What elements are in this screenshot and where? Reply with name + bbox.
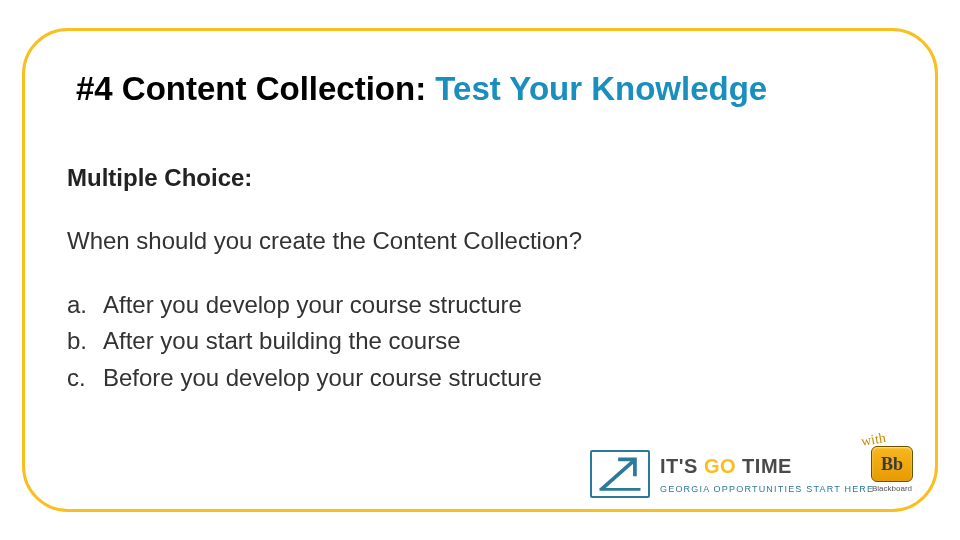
options-list: a.After you develop your course structur… <box>67 289 542 398</box>
title-prefix: #4 Content Collection: <box>76 70 435 107</box>
question-text: When should you create the Content Colle… <box>67 227 582 255</box>
option-text: Before you develop your course structure <box>103 364 542 391</box>
footer-branding: IT'S GO TIME GEORGIA OPPORTUNITIES START… <box>590 430 920 500</box>
option-text: After you start building the course <box>103 327 461 354</box>
slide-title: #4 Content Collection: Test Your Knowled… <box>76 70 767 108</box>
slide: #4 Content Collection: Test Your Knowled… <box>0 0 960 540</box>
option-letter: c. <box>67 362 103 394</box>
option-text: After you develop your course structure <box>103 291 522 318</box>
footer-tagline: GEORGIA OPPORTUNITIES START HERE <box>660 484 874 494</box>
bb-letters: Bb <box>872 447 912 481</box>
go-time-wordmark: IT'S GO TIME <box>660 455 792 478</box>
arrow-icon <box>590 450 650 498</box>
blackboard-logo: Bb Blackboard <box>864 446 920 496</box>
question-type-label: Multiple Choice: <box>67 164 252 192</box>
option-a: a.After you develop your course structur… <box>67 289 542 321</box>
option-letter: a. <box>67 289 103 321</box>
bb-caption: Blackboard <box>864 484 920 493</box>
svg-line-0 <box>601 461 633 489</box>
option-b: b.After you start building the course <box>67 325 542 357</box>
time-text: TIME <box>742 455 792 477</box>
bb-tile-icon: Bb <box>871 446 913 482</box>
option-letter: b. <box>67 325 103 357</box>
title-accent: Test Your Knowledge <box>435 70 767 107</box>
option-c: c.Before you develop your course structu… <box>67 362 542 394</box>
go-text: GO <box>704 455 742 477</box>
its-text: IT'S <box>660 455 704 477</box>
